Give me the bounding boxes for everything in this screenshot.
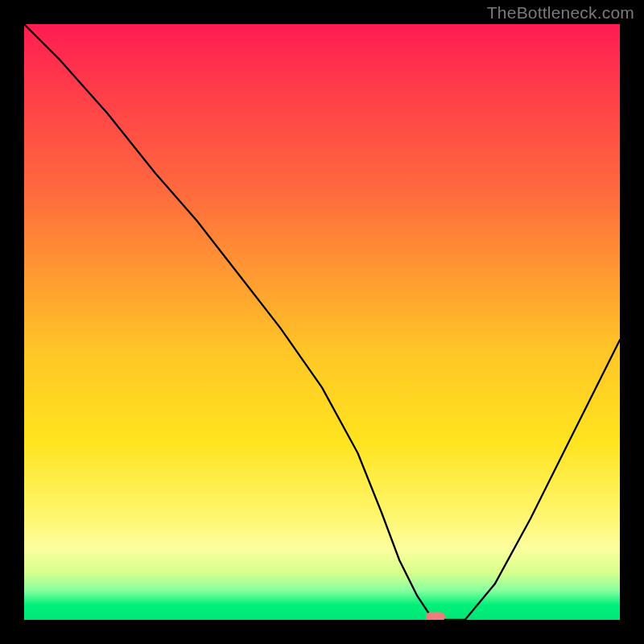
plot-area [24, 24, 620, 620]
chart-frame: TheBottleneck.com [0, 0, 644, 644]
watermark-text: TheBottleneck.com [487, 3, 634, 23]
bottleneck-curve [24, 24, 620, 620]
curve-path [24, 24, 620, 620]
optimal-point-marker [426, 613, 445, 621]
